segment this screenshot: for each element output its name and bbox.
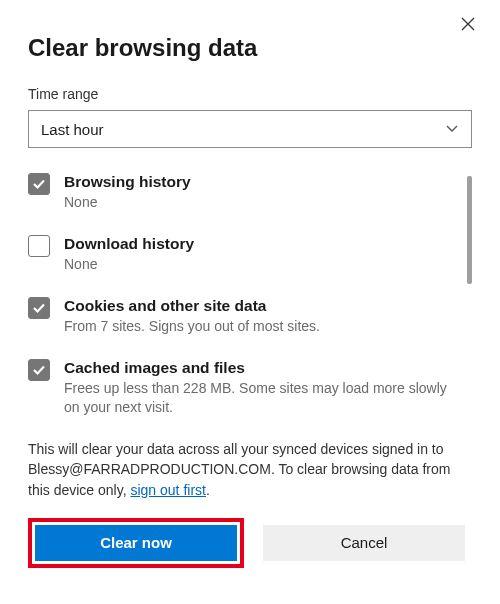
option-label: Download history (64, 234, 450, 254)
checkbox-cached[interactable] (28, 359, 50, 381)
time-range-select[interactable]: Last hour (28, 110, 472, 148)
option-cached: Cached images and files Frees up less th… (28, 358, 450, 417)
close-button[interactable] (454, 10, 482, 38)
check-icon (32, 301, 46, 315)
sign-out-link[interactable]: sign out first (130, 482, 205, 498)
option-description: Frees up less than 228 MB. Some sites ma… (64, 379, 450, 417)
option-description: None (64, 255, 450, 274)
option-label: Browsing history (64, 172, 450, 192)
scrollbar[interactable] (467, 176, 472, 284)
clear-now-highlight: Clear now (28, 518, 244, 568)
info-prefix: This will clear your data across all you… (28, 441, 450, 498)
sync-info-text: This will clear your data across all you… (28, 439, 472, 500)
option-label: Cached images and files (64, 358, 450, 378)
dialog-title: Clear browsing data (28, 34, 472, 62)
option-description: None (64, 193, 450, 212)
checkbox-download-history[interactable] (28, 235, 50, 257)
clear-now-button[interactable]: Clear now (35, 525, 237, 561)
button-row: Clear now Cancel (28, 518, 472, 568)
check-icon (32, 363, 46, 377)
checkbox-browsing-history[interactable] (28, 173, 50, 195)
options-list: Browsing history None Download history N… (28, 172, 472, 417)
close-icon (461, 17, 475, 31)
clear-browsing-data-dialog: Clear browsing data Time range Last hour… (0, 0, 500, 604)
time-range-value: Last hour (41, 121, 104, 138)
option-description: From 7 sites. Signs you out of most site… (64, 317, 450, 336)
time-range-label: Time range (28, 86, 472, 102)
option-cookies: Cookies and other site data From 7 sites… (28, 296, 450, 336)
option-download-history: Download history None (28, 234, 450, 274)
info-suffix: . (206, 482, 210, 498)
option-label: Cookies and other site data (64, 296, 450, 316)
check-icon (32, 177, 46, 191)
cancel-button[interactable]: Cancel (263, 525, 465, 561)
chevron-down-icon (445, 121, 459, 138)
option-browsing-history: Browsing history None (28, 172, 450, 212)
checkbox-cookies[interactable] (28, 297, 50, 319)
